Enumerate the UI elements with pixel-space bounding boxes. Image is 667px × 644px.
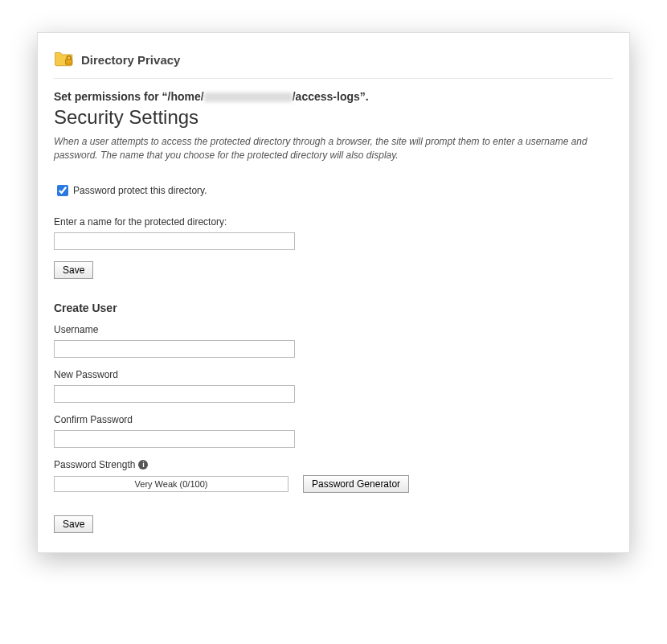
permissions-prefix: Set permissions for “/home/ [54,90,204,103]
password-strength-label: Password Strength [54,459,135,470]
username-input[interactable] [54,340,295,358]
username-label: Username [54,324,613,335]
security-description: When a user attempts to access the prote… [54,135,613,163]
create-user-heading: Create User [54,301,613,314]
confirm-password-label: Confirm Password [54,414,613,425]
permissions-suffix: /access-logs”. [293,90,369,103]
redacted-segment [204,92,293,102]
password-generator-button[interactable]: Password Generator [303,475,409,493]
dirname-input[interactable] [54,232,295,250]
new-password-input[interactable] [54,385,295,403]
password-strength-label-row: Password Strength i [54,459,613,470]
new-password-label: New Password [54,369,613,380]
panel-header: Directory Privacy [54,47,613,79]
svg-rect-0 [66,59,72,65]
info-icon[interactable]: i [138,460,148,470]
dirname-label: Enter a name for the protected directory… [54,216,613,228]
create-user-save-button[interactable]: Save [54,515,93,533]
folder-lock-icon [54,47,81,72]
password-protect-label: Password protect this directory. [73,185,207,196]
panel-title: Directory Privacy [81,53,180,67]
password-strength-meter: Very Weak (0/100) [54,476,288,492]
password-protect-checkbox[interactable] [57,185,68,196]
password-protect-row[interactable]: Password protect this directory. [54,183,613,199]
directory-privacy-panel: Directory Privacy Set permissions for “/… [37,32,630,553]
permissions-path: Set permissions for “/home//access-logs”… [54,90,613,103]
save-button[interactable]: Save [54,261,93,279]
confirm-password-input[interactable] [54,430,295,448]
security-heading: Security Settings [54,106,613,129]
